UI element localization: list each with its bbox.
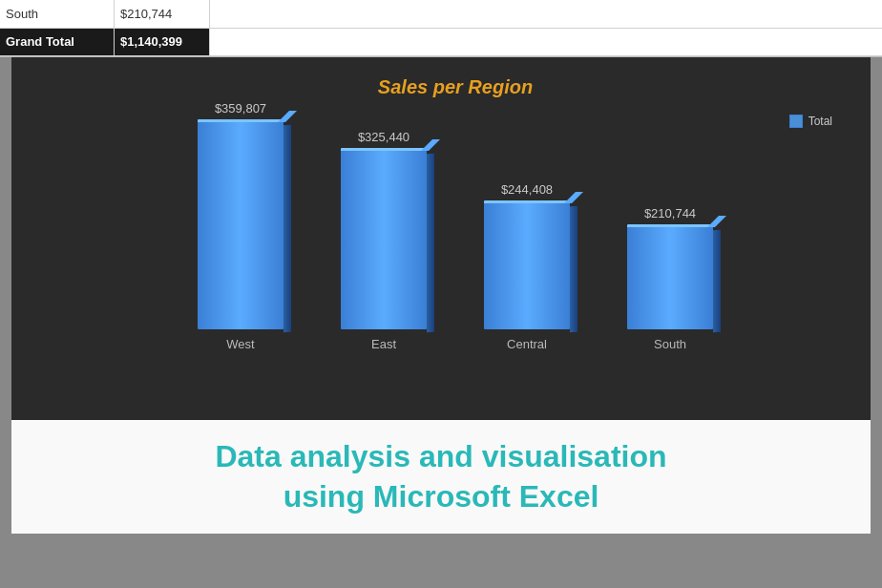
bar-group-central: $244,408 Central (474, 182, 579, 351)
banner-line2: using Microsoft Excel (284, 479, 599, 514)
cell-south-label: South (0, 0, 115, 28)
spreadsheet-area: South $210,744 Grand Total $1,140,399 (0, 0, 882, 57)
chart-and-banner: Sales per Region Total $359,807 West $32… (11, 57, 871, 534)
chart-title: Sales per Region (69, 76, 842, 98)
cell-grand-total-label: Grand Total (0, 29, 115, 56)
spreadsheet-row-grand-total: Grand Total $1,140,399 (0, 29, 882, 57)
chart-container: Sales per Region Total $359,807 West $32… (11, 57, 871, 420)
bar-south (627, 224, 713, 329)
bar-group-south: $210,744 South (618, 206, 723, 351)
bar-group-east: $325,440 East (331, 130, 436, 351)
spreadsheet-row-south: South $210,744 (0, 0, 882, 29)
bar-east (341, 148, 427, 329)
banner-text: Data analysis and visualisation using Mi… (31, 437, 851, 516)
bar-label-central: Central (507, 337, 547, 351)
bar-central (484, 200, 570, 329)
cell-south-value: $210,744 (115, 0, 210, 28)
bar-label-east: East (371, 337, 396, 351)
bar-value-east: $325,440 (358, 130, 410, 144)
bar-value-west: $359,807 (215, 101, 266, 116)
bar-label-south: South (654, 337, 686, 351)
cell-grand-total-value: $1,140,399 (115, 29, 210, 56)
bar-west (198, 119, 284, 329)
bar-group-west: $359,807 West (188, 101, 293, 351)
chart-bars-area: $359,807 West $325,440 East $244,408 Cen… (69, 113, 842, 351)
course-banner: Data analysis and visualisation using Mi… (11, 420, 871, 534)
page-wrapper: South $210,744 Grand Total $1,140,399 (0, 0, 882, 588)
bar-value-central: $244,408 (501, 182, 553, 197)
banner-line1: Data analysis and visualisation (215, 439, 666, 473)
bar-value-south: $210,744 (644, 206, 696, 220)
chart-wrapper: Sales per Region Total $359,807 West $32… (0, 57, 882, 588)
bar-label-west: West (226, 337, 254, 351)
